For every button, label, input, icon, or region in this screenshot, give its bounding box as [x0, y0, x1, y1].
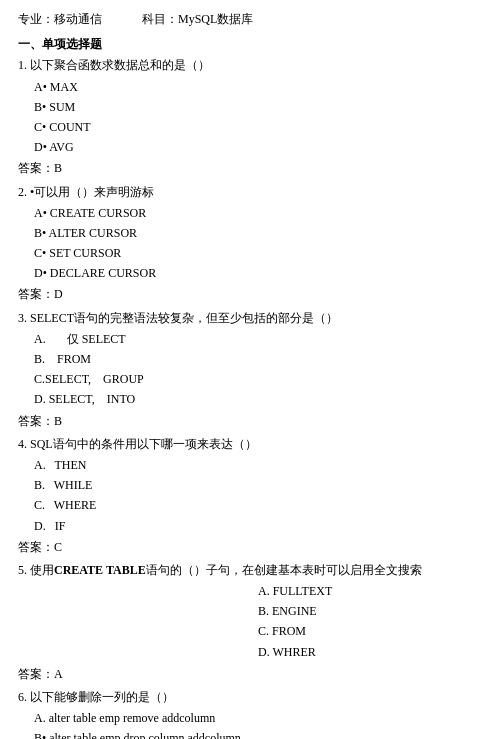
- q3-answer: 答案：B: [18, 412, 482, 431]
- q1-opt-d: D• AVG: [34, 138, 74, 157]
- q4-opt-c: C. WHERE: [34, 496, 96, 515]
- question-5: 5. 使用CREATE TABLE语句的（）子句，在创建基本表时可以启用全文搜索…: [18, 561, 482, 684]
- q5-opt-c: C. FROM: [258, 622, 306, 641]
- q3-text: SELECT语句的完整语法较复杂，但至少包括的部分是（）: [30, 311, 338, 325]
- q2-opt-a: A• CREATE CURSOR: [34, 204, 146, 223]
- section-title: 一、单项选择题: [18, 35, 482, 54]
- q5-opt-b: B. ENGINE: [258, 602, 317, 621]
- q4-opt-a: A. THEN: [34, 456, 86, 475]
- q3-opt-a: A. 仅 SELECT: [34, 330, 126, 349]
- q6-opt-b: B• alter table emp drop column addcolumn: [34, 729, 241, 739]
- q2-opt-b: B• ALTER CURSOR: [34, 224, 137, 243]
- q1-opt-a: A• MAX: [34, 78, 78, 97]
- q4-answer: 答案：C: [18, 538, 482, 557]
- q5-num: 5.: [18, 563, 30, 577]
- question-2: 2. •可以用（）来声明游标 A• CREATE CURSOR B• ALTER…: [18, 183, 482, 305]
- q3-opt-c: C.SELECT, GROUP: [34, 370, 144, 389]
- q2-opt-c: C• SET CURSOR: [34, 244, 121, 263]
- q4-num: 4.: [18, 437, 30, 451]
- question-3: 3. SELECT语句的完整语法较复杂，但至少包括的部分是（） A. 仅 SEL…: [18, 309, 482, 431]
- question-4: 4. SQL语句中的条件用以下哪一项来表达（） A. THEN B. WHILE…: [18, 435, 482, 557]
- q3-opt-b: B. FROM: [34, 350, 91, 369]
- q4-opt-d: D. IF: [34, 517, 65, 536]
- q2-answer: 答案：D: [18, 285, 482, 304]
- q2-num: 2.: [18, 185, 27, 199]
- q5-answer: 答案：A: [18, 665, 482, 684]
- q6-text: 以下能够删除一列的是（）: [30, 690, 174, 704]
- q2-opt-d: D• DECLARE CURSOR: [34, 264, 156, 283]
- q1-opt-c: C• COUNT: [34, 118, 91, 137]
- q1-num: 1.: [18, 58, 27, 72]
- q5-options-right: A. FULLTEXT B. ENGINE C. FROM D. WHRER: [258, 582, 482, 663]
- question-6: 6. 以下能够删除一列的是（） A. alter table emp remov…: [18, 688, 482, 739]
- q1-text: 以下聚合函数求数据总和的是（）: [30, 58, 210, 72]
- q6-opt-a: A. alter table emp remove addcolumn: [34, 709, 215, 728]
- q2-text: •可以用（）来声明游标: [30, 185, 154, 199]
- q5-opt-d: D. WHRER: [258, 643, 316, 662]
- q5-text: 使用CREATE TABLE语句的（）子句，在创建基本表时可以启用全文搜索: [30, 563, 422, 577]
- subject-label: 科目：MySQL数据库: [142, 10, 253, 29]
- q1-answer: 答案：B: [18, 159, 482, 178]
- q3-opt-d: D. SELECT, INTO: [34, 390, 135, 409]
- q6-num: 6.: [18, 690, 30, 704]
- q3-num: 3.: [18, 311, 30, 325]
- header: 专业：移动通信 科目：MySQL数据库: [18, 10, 482, 29]
- q5-opt-a: A. FULLTEXT: [258, 582, 332, 601]
- q1-opt-b: B• SUM: [34, 98, 75, 117]
- major-label: 专业：移动通信: [18, 10, 102, 29]
- question-1: 1. 以下聚合函数求数据总和的是（） A• MAX B• SUM C• COUN…: [18, 56, 482, 178]
- q4-text: SQL语句中的条件用以下哪一项来表达（）: [30, 437, 257, 451]
- q4-opt-b: B. WHILE: [34, 476, 92, 495]
